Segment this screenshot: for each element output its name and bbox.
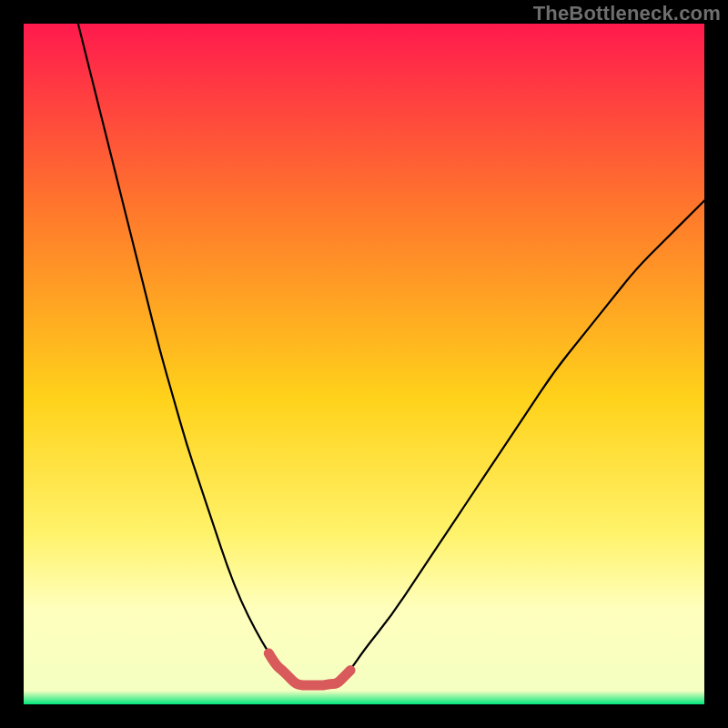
- bottleneck-chart: [24, 24, 704, 704]
- plot-area: [24, 24, 704, 704]
- chart-frame: TheBottleneck.com: [0, 0, 728, 728]
- watermark-text: TheBottleneck.com: [533, 2, 721, 25]
- gradient-background: [24, 24, 704, 704]
